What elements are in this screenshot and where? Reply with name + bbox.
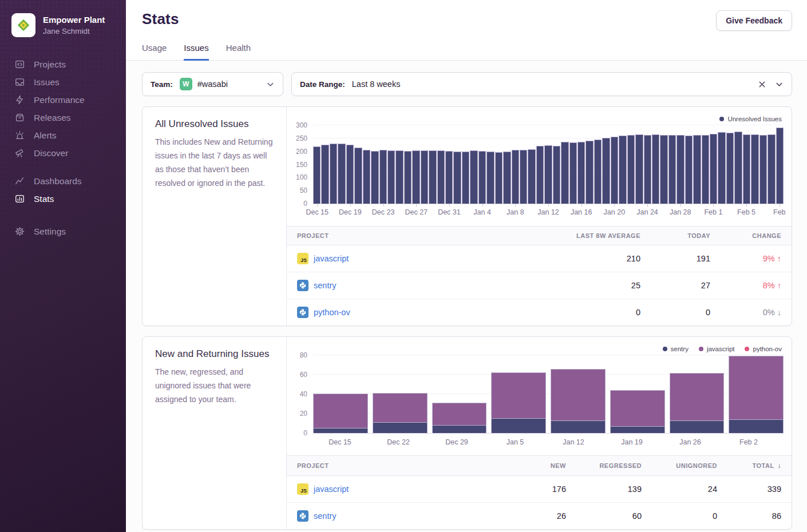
legend-item-javascript[interactable]: javascript [699, 346, 735, 352]
unresolved-bar[interactable] [346, 145, 354, 204]
sidebar-item-performance[interactable]: Performance [14, 91, 126, 109]
stacked-bar-jan-12[interactable] [551, 369, 606, 433]
unresolved-bar[interactable] [445, 151, 453, 204]
unresolved-bar[interactable] [726, 133, 734, 204]
unresolved-bar[interactable] [553, 146, 560, 204]
sidebar-item-alerts[interactable]: Alerts [14, 126, 126, 144]
sidebar-item-issues[interactable]: Issues [14, 73, 126, 91]
tab-issues[interactable]: Issues [184, 43, 208, 61]
unresolved-bar[interactable] [512, 150, 519, 204]
unresolved-bar[interactable] [751, 134, 758, 204]
unresolved-bar[interactable] [660, 135, 667, 204]
stacked-bar-feb-2[interactable] [729, 356, 784, 433]
project-link-sentry[interactable]: sentry [314, 281, 337, 290]
unresolved-bar[interactable] [677, 135, 684, 204]
sidebar-item-dashboards[interactable]: Dashboards [14, 172, 126, 190]
unresolved-bar[interactable] [437, 150, 445, 204]
unresolved-bar[interactable] [462, 152, 469, 204]
column-header-total[interactable]: TOTAL ↓ [724, 462, 781, 470]
unresolved-bar[interactable] [404, 151, 412, 204]
unresolved-bar[interactable] [478, 151, 486, 204]
unresolved-bar[interactable] [421, 150, 428, 204]
unresolved-bar[interactable] [387, 150, 395, 204]
tab-health[interactable]: Health [226, 43, 251, 61]
unresolved-bar[interactable] [611, 137, 618, 204]
stacked-bar-dec-15[interactable] [313, 394, 368, 433]
stacked-bar-jan-26[interactable] [670, 373, 725, 433]
column-header-regressed[interactable]: REGRESSED [573, 462, 642, 469]
unresolved-bar[interactable] [710, 134, 717, 204]
unresolved-bar[interactable] [313, 146, 321, 204]
stacked-bar-jan-19[interactable] [610, 390, 665, 433]
unresolved-bar[interactable] [577, 142, 585, 204]
org-switcher[interactable]: Empower Plant Jane Schmidt [0, 0, 126, 49]
unresolved-bar[interactable] [412, 150, 420, 204]
column-header-project[interactable]: PROJECT [297, 462, 496, 469]
column-header-new[interactable]: NEW [503, 462, 566, 469]
unresolved-bar[interactable] [338, 144, 345, 204]
unresolved-bar[interactable] [635, 134, 643, 204]
unresolved-bar[interactable] [544, 145, 552, 204]
column-header-last-8w-average[interactable]: LAST 8W AVERAGE [526, 232, 640, 239]
column-header-change[interactable]: CHANGE [717, 232, 781, 239]
stacked-bar-dec-29[interactable] [432, 403, 487, 433]
unresolved-bar[interactable] [321, 145, 329, 204]
unresolved-bar[interactable] [759, 135, 767, 204]
tab-usage[interactable]: Usage [142, 43, 167, 61]
unresolved-bar[interactable] [379, 150, 387, 204]
project-link-python-ov[interactable]: python-ov [314, 308, 350, 317]
sidebar-item-releases[interactable]: Releases [14, 109, 126, 126]
give-feedback-button[interactable]: Give Feedback [716, 10, 792, 31]
unresolved-bar[interactable] [371, 151, 378, 204]
unresolved-bar[interactable] [354, 148, 362, 204]
unresolved-bar[interactable] [644, 135, 651, 204]
team-filter[interactable]: Team: W #wasabi [142, 72, 283, 96]
sidebar-item-settings[interactable]: Settings [14, 223, 126, 240]
unresolved-bar[interactable] [536, 146, 544, 204]
column-header-project[interactable]: PROJECT [297, 232, 519, 239]
unresolved-bar[interactable] [776, 128, 784, 204]
legend-item-sentry[interactable]: sentry [663, 346, 689, 352]
unresolved-bar[interactable] [520, 150, 527, 204]
clear-date-range-icon[interactable] [758, 80, 766, 89]
unresolved-bar[interactable] [594, 140, 602, 204]
unresolved-bar[interactable] [734, 132, 742, 204]
unresolved-bar[interactable] [743, 134, 750, 204]
unresolved-bar[interactable] [702, 135, 709, 204]
unresolved-bar[interactable] [363, 150, 370, 204]
legend-item-python-ov[interactable]: python-ov [745, 346, 782, 352]
unresolved-bar[interactable] [685, 136, 693, 204]
unresolved-bar[interactable] [768, 134, 775, 204]
sidebar-item-stats[interactable]: Stats [14, 190, 126, 208]
unresolved-bar[interactable] [718, 132, 725, 204]
unresolved-bar[interactable] [470, 150, 477, 204]
unresolved-bar[interactable] [627, 135, 635, 204]
unresolved-bar[interactable] [693, 135, 701, 204]
project-link-javascript[interactable]: javascript [314, 254, 349, 263]
unresolved-bar[interactable] [495, 152, 503, 204]
project-link-javascript[interactable]: javascript [314, 485, 349, 494]
unresolved-bar[interactable] [395, 150, 403, 204]
unresolved-bar[interactable] [561, 142, 568, 204]
column-header-unignored[interactable]: UNIGNORED [648, 462, 717, 469]
unresolved-bar[interactable] [453, 152, 461, 204]
unresolved-bar[interactable] [668, 135, 676, 204]
unresolved-bar[interactable] [503, 152, 511, 204]
stacked-bar-jan-5[interactable] [491, 372, 546, 433]
sidebar-item-discover[interactable]: Discover [14, 144, 126, 162]
column-header-today[interactable]: TODAY [647, 232, 710, 239]
unresolved-bar[interactable] [602, 138, 610, 204]
legend-item-unresolved-issues[interactable]: Unresolved Issues [719, 116, 782, 122]
date-range-filter[interactable]: Date Range: Last 8 weeks [291, 72, 792, 96]
stacked-bar-dec-22[interactable] [373, 393, 428, 433]
unresolved-bar[interactable] [528, 149, 535, 204]
unresolved-bar[interactable] [569, 142, 577, 204]
unresolved-bar[interactable] [652, 134, 659, 204]
unresolved-bar[interactable] [486, 152, 494, 204]
unresolved-bar[interactable] [330, 144, 337, 204]
unresolved-bar[interactable] [586, 141, 593, 204]
project-link-sentry[interactable]: sentry [314, 511, 337, 521]
sidebar-item-projects[interactable]: Projects [14, 55, 126, 73]
unresolved-bar[interactable] [429, 150, 436, 204]
unresolved-bar[interactable] [619, 136, 626, 204]
